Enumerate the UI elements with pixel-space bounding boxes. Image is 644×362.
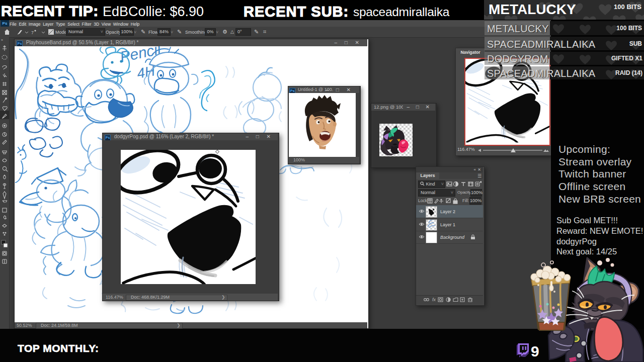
svg-text:fx: fx <box>432 297 436 302</box>
